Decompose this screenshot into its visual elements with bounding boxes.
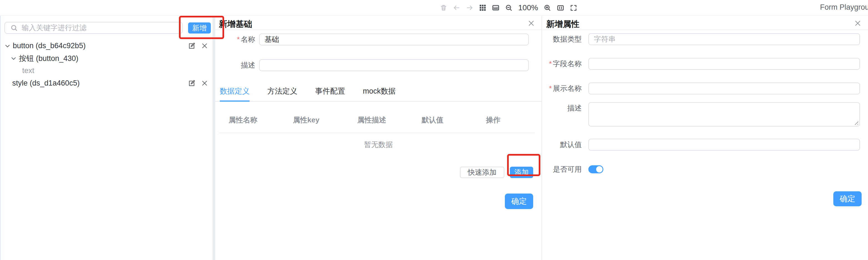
desc-input[interactable] [259, 59, 529, 71]
top-toolbar: 100% Form Playground F [0, 0, 868, 15]
data-type-label: 数据类型 [542, 33, 582, 45]
tree-item-label: button (ds_b64c92b5) [13, 41, 86, 50]
dialog-tabs: 数据定义 方法定义 事件配置 mock数据 [215, 84, 541, 102]
edit-icon[interactable] [188, 42, 195, 49]
redo-arrow-icon[interactable] [465, 4, 474, 12]
fullscreen-icon[interactable] [569, 4, 578, 12]
app-title: Form Playground F [820, 0, 868, 14]
display-name-label: *展示名称 [542, 82, 582, 95]
tab-method-definition[interactable]: 方法定义 [268, 84, 298, 101]
enabled-row: 是否可用 [542, 163, 868, 175]
display-name-row: *展示名称 [542, 82, 868, 95]
close-icon[interactable] [201, 42, 208, 49]
col-default: 默认值 [412, 115, 476, 125]
undo-arrow-icon[interactable] [453, 4, 461, 12]
confirm-button[interactable]: 确定 [505, 193, 533, 209]
add-base-dialog: 新增基础 *名称 描述 数据定义 方法定义 事件配置 mock数据 属性名称 属… [215, 16, 542, 260]
attr-table-header: 属性名称 属性key 属性描述 默认值 操作 [215, 113, 541, 126]
attr-desc-textarea[interactable] [588, 102, 860, 126]
panel-splitter[interactable] [213, 16, 215, 260]
chevron-down-icon[interactable] [10, 55, 17, 62]
table-actions-row: 快速添加 添加 [215, 167, 533, 178]
tree-item-text[interactable]: text [1, 65, 213, 77]
component-tree-panel: 新增 button (ds_b64c92b5) 按钮 (button_430) … [0, 16, 213, 260]
zoom-out-icon[interactable] [505, 4, 513, 12]
attr-desc-row: 描述 [542, 102, 868, 126]
desc-field-row: 描述 [215, 59, 541, 71]
canvas-toolbar: 100% [439, 0, 578, 15]
panel-width-icon[interactable] [556, 4, 565, 12]
default-value-input[interactable] [588, 139, 860, 151]
default-value-row: 默认值 [542, 139, 868, 151]
data-type-input[interactable] [588, 33, 860, 45]
default-value-label: 默认值 [542, 139, 582, 151]
edit-icon[interactable] [188, 79, 195, 87]
data-type-row: 数据类型 [542, 33, 868, 45]
col-attr-name: 属性名称 [219, 115, 283, 125]
trash-icon[interactable] [439, 4, 448, 12]
table-divider [219, 133, 535, 133]
add-button[interactable]: 新增 [188, 23, 211, 34]
attr-desc-label: 描述 [542, 102, 582, 114]
close-icon[interactable] [201, 80, 208, 87]
name-field-row: *名称 [215, 34, 541, 45]
tree-item-label: text [22, 67, 34, 75]
component-tree: button (ds_b64c92b5) 按钮 (button_430) tex… [1, 40, 213, 89]
col-attr-key: 属性key [283, 115, 348, 125]
add-attribute-dialog: 新增属性 数据类型 *字段名称 *展示名称 描述 默认值 是否可用 确定 [542, 16, 868, 260]
tree-search-box [4, 22, 183, 34]
search-input[interactable] [22, 23, 182, 33]
tree-item-label: style (ds_d1a460c5) [12, 79, 80, 87]
name-input[interactable] [259, 34, 529, 45]
add-row-button[interactable]: 添加 [510, 167, 533, 178]
chevron-down-icon[interactable] [4, 43, 10, 49]
dialog-header: 新增基础 [215, 16, 541, 30]
col-attr-desc: 属性描述 [348, 115, 412, 125]
field-name-input[interactable] [588, 58, 860, 70]
name-label: *名称 [215, 34, 259, 45]
field-name-row: *字段名称 [542, 58, 868, 70]
empty-data-text: 暂无数据 [215, 140, 541, 150]
zoom-level: 100% [518, 3, 539, 12]
tab-data-definition[interactable]: 数据定义 [220, 84, 250, 101]
close-icon[interactable] [854, 19, 862, 27]
enabled-label: 是否可用 [542, 163, 582, 175]
tree-item-button[interactable]: button (ds_b64c92b5) [1, 40, 213, 52]
enabled-toggle[interactable] [588, 165, 603, 173]
keyboard-icon[interactable] [492, 4, 500, 12]
required-marker: * [549, 60, 552, 68]
tab-event-config[interactable]: 事件配置 [315, 84, 345, 101]
zoom-in-icon[interactable] [544, 4, 552, 12]
tab-mock-data[interactable]: mock数据 [363, 84, 396, 101]
close-icon[interactable] [527, 19, 535, 27]
tree-item-label: 按钮 (button_430) [19, 53, 79, 64]
search-icon [10, 24, 18, 32]
col-actions: 操作 [476, 115, 541, 125]
dialog-title: 新增基础 [219, 18, 252, 30]
tree-item-anniu[interactable]: 按钮 (button_430) [1, 52, 213, 65]
dialog-title: 新增属性 [546, 18, 580, 30]
tree-item-style[interactable]: style (ds_d1a460c5) [1, 77, 213, 89]
required-marker: * [237, 35, 240, 43]
desc-label: 描述 [215, 59, 259, 71]
toggle-knob [596, 166, 602, 173]
quick-add-button[interactable]: 快速添加 [460, 167, 504, 178]
confirm-button[interactable]: 确定 [833, 191, 862, 206]
grid-icon[interactable] [478, 4, 487, 12]
required-marker: * [549, 84, 552, 92]
dialog-header: 新增属性 [542, 16, 868, 30]
field-name-label: *字段名称 [542, 58, 582, 70]
display-name-input[interactable] [588, 82, 860, 95]
